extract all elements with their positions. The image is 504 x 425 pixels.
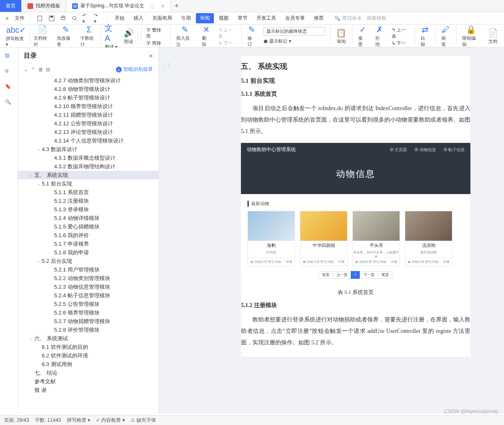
prev-revision-button[interactable]: ↰ 上一条	[392, 27, 410, 39]
spell-check-status[interactable]: 拼写检查 ▾	[67, 417, 90, 424]
toc-item[interactable]: 5.1.4 动物详情模块	[18, 214, 159, 222]
toc-item[interactable]: 七、 结论	[18, 368, 159, 377]
tab-template[interactable]: 找稻壳模板	[22, 0, 66, 12]
zh-s2t-button[interactable]: 字 繁转简	[146, 27, 165, 39]
toc-item[interactable]: 4.2.12 公告管理模块设计	[18, 119, 159, 128]
file-menu[interactable]: 文件	[15, 15, 25, 22]
toc-item[interactable]: ⌄六、 系统测试	[18, 334, 159, 343]
menu-插入[interactable]: 插入	[129, 13, 148, 23]
pagi-item: 尾页	[378, 271, 393, 279]
menu-引用[interactable]: 引用	[177, 13, 195, 23]
toc-item[interactable]: 6.2 软件测试的环境	[18, 351, 159, 360]
tab-document[interactable]: W 基于Spring...与实现 毕业论文 ▢ ×	[66, 0, 170, 12]
toc-item[interactable]: 5.1.6 我的评价	[18, 231, 159, 240]
toc-item[interactable]: 5.1.5 爱心捐赠模块	[18, 222, 159, 231]
toc-item[interactable]: 4.2.13 评论管理模块设计	[18, 128, 159, 136]
toc-item[interactable]: 4.2.7 动物类别管理模块设计	[18, 76, 159, 85]
document-area[interactable]: 📄 五、 系统实现 5.1 前台实现 5.1.1 系统首页 项目启动之后会触发一…	[159, 47, 504, 414]
ribbon-翻译[interactable]: 文A翻译 ▾	[102, 26, 120, 46]
toc-item[interactable]: 5.2.6 领养管理模块	[18, 308, 159, 317]
outline-icon[interactable]: ▤	[5, 52, 13, 61]
reject-button[interactable]: ✗拒绝	[373, 26, 387, 46]
toc-item[interactable]: 6.3 测试用例	[18, 360, 159, 368]
toc-item[interactable]: 5.1.1 系统首页	[18, 188, 159, 197]
toc-item[interactable]: 5.1.3 登录模块	[18, 205, 159, 214]
nav-icon[interactable]: ⧉	[5, 68, 13, 76]
close-tab-icon[interactable]: ×	[161, 3, 164, 9]
ai-outline-button[interactable]: A 智能识别目录	[116, 66, 153, 73]
menu-会员专享[interactable]: 会员专享	[281, 13, 309, 23]
menu-视图[interactable]: 视图	[215, 13, 233, 23]
undo-icon[interactable]: ↶ ▾	[82, 15, 90, 22]
toc-item[interactable]: ⌄五、 系统实现	[18, 171, 159, 179]
preview-icon[interactable]	[71, 15, 78, 22]
menu-开始[interactable]: 开始	[111, 13, 129, 23]
word-count[interactable]: 字数: 11443	[35, 417, 61, 424]
content-check-status[interactable]: ✓ 内容检查 ▾	[96, 417, 125, 424]
toc-item[interactable]: 4.2.14 个人信息管理模块设计	[18, 136, 159, 145]
new-icon[interactable]	[36, 15, 44, 22]
compare-button[interactable]: ⇄比较	[418, 26, 432, 46]
revise-button[interactable]: ✎修订	[245, 26, 259, 46]
toc-item[interactable]: 5.2.1 用户管理模块	[18, 265, 159, 274]
toc-item[interactable]: ⌄4.3 数据库设计	[18, 145, 159, 154]
menu-开发工具[interactable]: 开发工具	[252, 13, 280, 23]
expand-icon[interactable]: ⊞	[39, 67, 43, 72]
tab-option-icon[interactable]: ▢	[150, 3, 154, 9]
show-marks-toggle[interactable]: ▣ 显示标记 ▾	[263, 38, 325, 44]
toc-item[interactable]: 致 谢	[18, 386, 159, 394]
menu-推荐[interactable]: 推荐	[310, 13, 328, 23]
collapse-icon[interactable]: ⌃	[31, 67, 35, 72]
toc-item[interactable]: 5.1.7 申请领养	[18, 240, 159, 248]
toc-item[interactable]: 4.2.11 捐赠管理模块设计	[18, 111, 159, 119]
menu-页面布局[interactable]: 页面布局	[148, 13, 176, 23]
bookmark-icon[interactable]: 🔖	[5, 84, 13, 92]
insert-comment-button[interactable]: ✎插入批注	[174, 26, 196, 46]
ribbon-批改服务[interactable]: ✎批改服务	[54, 26, 77, 46]
delete-comment-button[interactable]: ✕删除	[200, 26, 213, 46]
toc-item[interactable]: 5.2.2 动物类别管理模块	[18, 274, 159, 283]
accept-button[interactable]: ✓接受	[356, 26, 370, 46]
toc-item[interactable]: 4.2.9 帖子管理模块设计	[18, 93, 159, 102]
page-indicator[interactable]: 页面: 29/43	[4, 417, 29, 424]
prev-comment-button[interactable]: ↰ 上一条	[218, 27, 236, 39]
pen-button[interactable]: 🖊画笔	[439, 26, 453, 46]
toc-item[interactable]: 5.2.8 评价管理模块	[18, 326, 159, 334]
menu-审阅[interactable]: 审阅	[196, 13, 214, 23]
menu-章节[interactable]: 章节	[234, 13, 252, 23]
toc-item[interactable]: ⌄5.1 前台实现	[18, 179, 159, 188]
new-tab-button[interactable]: +	[170, 0, 183, 12]
restrict-edit-button[interactable]: 🔒限制编辑	[460, 26, 482, 46]
toc-item[interactable]: 5.2.3 动物信息管理模块	[18, 283, 159, 291]
missing-font-status[interactable]: ⚠ 缺失字体	[131, 417, 156, 424]
doc-label-button[interactable]: 📄文档	[486, 26, 501, 46]
toc-item[interactable]: 4.3.1 数据库概念模型设计	[18, 154, 159, 162]
toc-item[interactable]: 5.2.7 动物捐赠管理模块	[18, 317, 159, 326]
fold-icon[interactable]: ⊟	[46, 67, 50, 72]
review-button[interactable]: 📋审阅	[334, 26, 349, 46]
ribbon-字数统计[interactable]: Σ字数统计	[78, 26, 100, 46]
close-panel-icon[interactable]: ×	[149, 52, 153, 60]
toc-item[interactable]: 5.1.2 注册模块	[18, 197, 159, 205]
print-icon[interactable]	[59, 15, 67, 22]
ribbon-文档校对[interactable]: 📄文档校对	[31, 26, 54, 46]
toc-item[interactable]: 4.3.2 数据库物理结构设计	[18, 162, 159, 171]
toc-item[interactable]: 5.1.8 我的申请	[18, 248, 159, 257]
toc-item[interactable]: 6.1 软件测试的目的	[18, 343, 159, 351]
redo-icon[interactable]: ↷ ▾	[94, 15, 101, 22]
toc-item[interactable]: 4.2.10 领养管理模块设计	[18, 102, 159, 111]
collapse-sections-icon[interactable]: ⌄	[24, 67, 28, 72]
toc-item[interactable]: 5.2.4 帖子信息管理模块	[18, 291, 159, 300]
ribbon-拼写检查[interactable]: abc✓拼写检查 ▾	[3, 26, 29, 46]
toc-item[interactable]: ⌄5.2 后台实现	[18, 257, 159, 265]
toc-item[interactable]: 5.2.5 公告管理模块	[18, 300, 159, 308]
toc-item[interactable]: 参考文献	[18, 377, 159, 386]
search-icon[interactable]: 🔍	[5, 99, 13, 107]
track-display-combo[interactable]: 显示标记的最终状态	[263, 27, 325, 36]
ribbon-朗读[interactable]: 🔊朗读	[121, 26, 136, 46]
save-icon[interactable]	[48, 15, 55, 22]
tab-home[interactable]: 首页	[0, 0, 22, 12]
toc-item[interactable]: 4.2.8 动物管理模块设计	[18, 85, 159, 93]
command-search[interactable]: 🔍 查找命令、搜索模板	[334, 15, 386, 22]
hamburger-icon[interactable]: ≡	[3, 15, 11, 22]
